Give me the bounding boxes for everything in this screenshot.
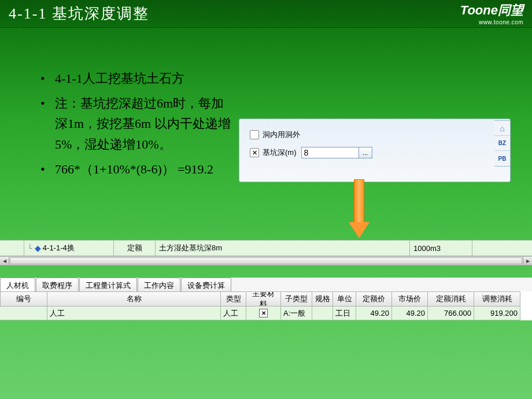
tab-gongzuoneirong[interactable]: 工作内容 (138, 278, 180, 293)
arrow-down-icon (349, 179, 370, 239)
col-quota-consume[interactable]: 定额消耗 (428, 291, 474, 306)
logo-url: www.toone.com (479, 19, 523, 25)
cell-adj-consume: 919.200 (474, 306, 520, 320)
cell-type: 人工 (221, 306, 246, 320)
col-market-price[interactable]: 市场价 (392, 291, 428, 306)
cell-mainmat[interactable]: ✕ (246, 306, 281, 320)
col-id[interactable]: 编号 (0, 291, 47, 306)
col-spec[interactable]: 规格 (312, 291, 333, 306)
scroll-left-icon[interactable]: ◀ (0, 257, 9, 265)
pb-button[interactable]: PB (494, 151, 510, 166)
page-title: 4-1-1 基坑深度调整 (9, 3, 149, 24)
col-quota-price[interactable]: 定额价 (356, 291, 392, 306)
side-toolbar: ⌂ BZ PB (494, 120, 511, 167)
bullet-1: 4-1-1人工挖基坑土石方 (40, 68, 231, 88)
table-row[interactable]: 人工 人工 ✕ A:一般 工日 49.20 49.20 766.000 919.… (0, 306, 532, 320)
quota-row-section: └ ◆ 4-1-1-4换 定额 土方湿处基坑深8m 1000m3 ◀ ▶ (0, 240, 532, 265)
bullet-3: 766*（1+10%*(8-6)） =919.2 (40, 159, 231, 179)
quota-unit: 1000m3 (410, 241, 472, 256)
cell-market-price: 49.20 (392, 306, 428, 320)
quota-desc: 土方湿处基坑深8m (156, 241, 410, 256)
option-depth: 基坑深(m) ... (250, 147, 500, 158)
col-name[interactable]: 名称 (47, 291, 221, 306)
bullet-dot-icon: ◆ (35, 243, 41, 253)
logo: Toone同望 www.toone.com (460, 2, 523, 25)
cell-spec (312, 306, 333, 320)
quota-code: 4-1-1-4换 (43, 243, 75, 253)
tab-gongchengliang[interactable]: 工程量计算式 (79, 278, 137, 293)
cell-subtype: A:一般 (281, 306, 312, 320)
checkbox-unchecked-icon[interactable] (250, 130, 259, 139)
title-bar: 4-1-1 基坑深度调整 Toone同望 www.toone.com (0, 0, 532, 28)
tab-rencaiji[interactable]: 人材机 (0, 278, 35, 293)
tree-line-icon: └ (28, 244, 32, 253)
quota-type: 定额 (114, 241, 156, 256)
col-type[interactable]: 类型 (221, 291, 246, 306)
cell-unit: 工日 (333, 306, 356, 320)
cell-quota-price: 49.20 (356, 306, 392, 320)
bz-button[interactable]: BZ (494, 136, 510, 151)
quota-row[interactable]: └ ◆ 4-1-1-4换 定额 土方湿处基坑深8m 1000m3 (0, 240, 532, 256)
logo-brand: Toone同望 (460, 2, 523, 19)
horizontal-scrollbar[interactable]: ◀ ▶ (0, 256, 532, 265)
checkbox-checked-icon[interactable] (250, 148, 259, 157)
cell-id (0, 306, 47, 320)
scroll-thumb[interactable] (10, 257, 522, 264)
depth-more-button[interactable]: ... (359, 147, 372, 158)
depth-input[interactable] (301, 147, 359, 158)
col-mainmat[interactable]: 主要材料 (246, 291, 281, 306)
grid-header-row: 编号 名称 类型 主要材料 子类型 规格 单位 定额价 市场价 定额消耗 调整消… (0, 291, 532, 306)
tab-shebeifei[interactable]: 设备费计算 (181, 278, 231, 293)
col-subtype[interactable]: 子类型 (281, 291, 312, 306)
option-cave-outside[interactable]: 洞内用洞外 (250, 130, 500, 140)
cell-name: 人工 (47, 306, 221, 320)
tab-qufeichengxu[interactable]: 取费程序 (36, 278, 79, 293)
col-adj-consume[interactable]: 调整消耗 (474, 291, 520, 306)
home-icon[interactable]: ⌂ (494, 121, 510, 136)
checkbox-x-icon[interactable]: ✕ (259, 309, 268, 317)
bullet-2: 注：基坑挖深超过6m时，每加深1m，按挖基6m 以内干处递增5%，湿处递增10%… (40, 93, 231, 154)
scroll-right-icon[interactable]: ▶ (523, 257, 532, 265)
cell-quota-consume: 766.000 (428, 306, 474, 320)
depth-settings-panel: 洞内用洞外 基坑深(m) ... (239, 119, 511, 182)
option-label: 洞内用洞外 (263, 130, 300, 140)
option-label: 基坑深(m) (263, 147, 297, 158)
col-unit[interactable]: 单位 (333, 291, 356, 306)
material-grid: 编号 名称 类型 主要材料 子类型 规格 单位 定额价 市场价 定额消耗 调整消… (0, 291, 532, 320)
